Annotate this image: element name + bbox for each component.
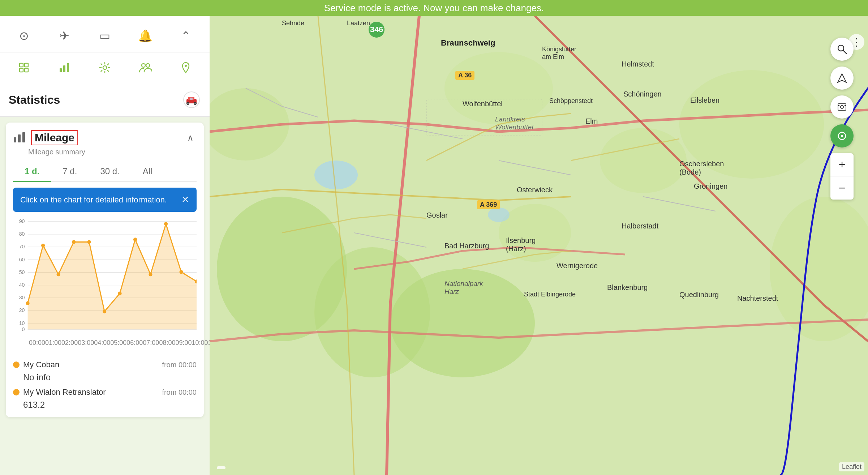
rectangle-icon[interactable]: ▭ bbox=[85, 23, 125, 48]
map-controls: + − bbox=[830, 38, 854, 200]
city-schoppenstedt: Schöppenstedt bbox=[549, 97, 593, 105]
city-blankenburg: Blankenburg bbox=[607, 283, 648, 292]
collapse-button[interactable]: ∧ bbox=[184, 130, 197, 146]
svg-rect-18 bbox=[190, 98, 193, 100]
chevron-up-icon[interactable]: ⌃ bbox=[166, 23, 206, 48]
svg-rect-4 bbox=[60, 68, 62, 72]
info-banner-close-button[interactable]: ✕ bbox=[181, 194, 189, 205]
city-nachterstedt: Nachterstedt bbox=[737, 294, 778, 303]
info-banner-text: Click on the chart for detailed informat… bbox=[20, 195, 167, 205]
city-groningen: Groningen bbox=[694, 182, 727, 191]
pin-icon[interactable] bbox=[166, 56, 206, 79]
svg-point-17 bbox=[194, 103, 196, 104]
location-icon[interactable]: ⊙ bbox=[4, 23, 44, 48]
svg-point-8 bbox=[142, 64, 145, 67]
svg-line-69 bbox=[843, 50, 846, 54]
mileage-card: Mileage ∧ Mileage summary 1 d. 7 d. 30 d… bbox=[6, 123, 204, 417]
zoom-controls: + − bbox=[830, 153, 854, 200]
mileage-chart-icon bbox=[13, 130, 26, 146]
sidebar-icons-row1: ⊙ ✈ ▭ 🔔 ⌃ bbox=[0, 16, 210, 52]
zoom-in-button[interactable]: + bbox=[830, 153, 854, 176]
svg-text:30: 30 bbox=[19, 295, 25, 300]
banner-text: Service mode is active. Now you can make… bbox=[324, 3, 544, 14]
tab-1d[interactable]: 1 d. bbox=[13, 162, 51, 182]
region-wolfenbuttel: LandkreisWolfenbüttel bbox=[495, 115, 533, 131]
svg-rect-21 bbox=[22, 132, 25, 142]
svg-rect-6 bbox=[67, 63, 69, 72]
info-banner: Click on the chart for detailed informat… bbox=[13, 188, 197, 212]
svg-rect-1 bbox=[25, 63, 28, 67]
legend-dot-coban bbox=[13, 361, 20, 368]
svg-point-10 bbox=[185, 65, 187, 67]
chart-x-labels: 00:00 01:00 02:00 03:00 04:00 05:00 06:0… bbox=[13, 339, 197, 347]
navigate-button[interactable] bbox=[830, 67, 854, 90]
legend-value-coban: No info bbox=[23, 372, 51, 382]
users-icon[interactable] bbox=[125, 56, 166, 79]
svg-text:90: 90 bbox=[19, 218, 25, 224]
notification-icon[interactable]: 🔔 bbox=[125, 23, 166, 48]
statistics-title: Statistics bbox=[9, 93, 60, 107]
location-button[interactable] bbox=[830, 124, 854, 147]
svg-point-61 bbox=[600, 128, 687, 193]
tab-all[interactable]: All bbox=[131, 162, 164, 182]
legend-item-wialon: My Wialon Retranslator from 00:00 bbox=[13, 388, 197, 397]
svg-point-7 bbox=[103, 66, 107, 69]
time-tabs: 1 d. 7 d. 30 d. All bbox=[13, 162, 197, 182]
chart-area[interactable]: 90 80 70 60 50 40 30 20 10 0 bbox=[13, 218, 197, 333]
svg-marker-70 bbox=[838, 74, 846, 82]
svg-point-60 bbox=[499, 204, 571, 262]
route-icon[interactable]: ✈ bbox=[44, 23, 85, 48]
zoom-out-button[interactable]: − bbox=[830, 176, 854, 200]
sidebar: ⊙ ✈ ▭ 🔔 ⌃ bbox=[0, 16, 210, 475]
mileage-title: Mileage bbox=[31, 130, 78, 145]
mileage-subtitle: Mileage summary bbox=[28, 148, 197, 156]
leaflet-credit[interactable]: Leaflet bbox=[839, 462, 864, 471]
statistics-vehicle-icon[interactable] bbox=[182, 90, 201, 109]
svg-rect-5 bbox=[63, 65, 65, 72]
svg-rect-19 bbox=[14, 137, 16, 142]
city-helmstedt: Helmstedt bbox=[622, 60, 654, 68]
svg-text:70: 70 bbox=[19, 244, 25, 249]
connect-icon[interactable] bbox=[4, 56, 44, 79]
panel-content: Mileage ∧ Mileage summary 1 d. 7 d. 30 d… bbox=[0, 117, 210, 475]
tab-7d[interactable]: 7 d. bbox=[51, 162, 89, 182]
scale-bar bbox=[217, 466, 225, 469]
search-button[interactable] bbox=[830, 38, 854, 61]
mileage-chart[interactable]: 90 80 70 60 50 40 30 20 10 0 bbox=[13, 218, 197, 333]
sidebar-icons-row2 bbox=[0, 52, 210, 83]
park-harz: NationalparkHarz bbox=[444, 280, 483, 296]
map-svg bbox=[210, 16, 868, 475]
svg-point-66 bbox=[488, 207, 510, 222]
legend-name-coban: My Coban bbox=[23, 360, 158, 369]
map-background[interactable]: Braunschweig Königslutteram Elm Helmsted… bbox=[210, 16, 868, 475]
svg-text:40: 40 bbox=[19, 282, 25, 288]
svg-point-53 bbox=[179, 270, 183, 274]
svg-text:60: 60 bbox=[19, 256, 25, 262]
service-mode-banner: Service mode is active. Now you can make… bbox=[0, 0, 868, 16]
city-laatzen: Laatzen bbox=[347, 20, 370, 27]
svg-point-72 bbox=[841, 106, 843, 108]
svg-text:0: 0 bbox=[22, 326, 25, 332]
screenshot-button[interactable] bbox=[830, 95, 854, 119]
svg-rect-55 bbox=[210, 16, 868, 475]
map-container: Braunschweig Königslutteram Elm Helmsted… bbox=[210, 16, 868, 475]
svg-rect-2 bbox=[20, 68, 23, 72]
svg-point-59 bbox=[210, 88, 289, 161]
chart-bar-icon[interactable] bbox=[44, 56, 85, 79]
svg-text:10: 10 bbox=[19, 320, 25, 326]
svg-point-44 bbox=[41, 244, 45, 248]
city-osterwieck: Osterwieck bbox=[517, 186, 553, 194]
svg-rect-0 bbox=[20, 63, 23, 67]
legend-name-wialon: My Wialon Retranslator bbox=[23, 388, 158, 397]
legend-time-coban: from 00:00 bbox=[162, 361, 197, 369]
svg-point-58 bbox=[390, 269, 535, 377]
legend-time-wialon: from 00:00 bbox=[162, 388, 197, 397]
city-halberstadt: Halberstadt bbox=[622, 222, 658, 230]
svg-rect-3 bbox=[25, 68, 28, 72]
svg-point-47 bbox=[87, 240, 91, 244]
gear-icon[interactable] bbox=[85, 56, 125, 79]
svg-text:80: 80 bbox=[19, 231, 25, 237]
tab-30d[interactable]: 30 d. bbox=[89, 162, 131, 182]
svg-point-50 bbox=[133, 238, 137, 241]
city-ilsenburg: Ilsenburg(Harz) bbox=[506, 236, 536, 253]
